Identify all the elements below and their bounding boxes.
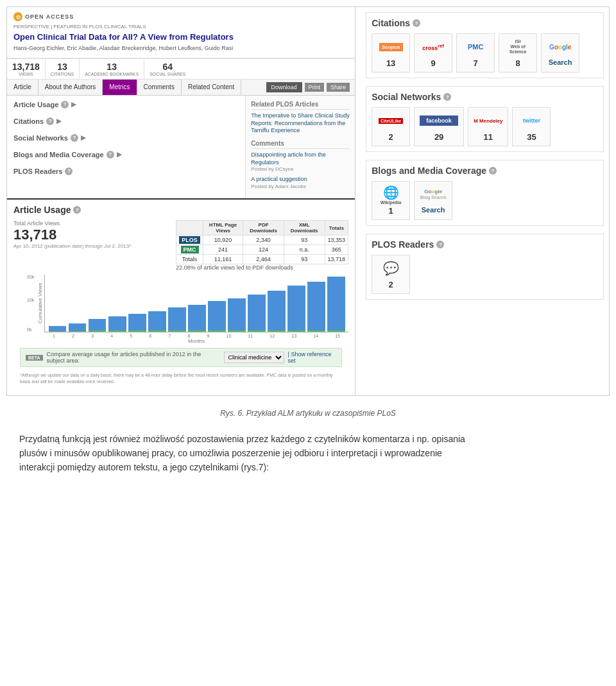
pmc-xml: n.a. — [284, 245, 325, 255]
related-link-1[interactable]: The Imperative to Share Clinical Study R… — [251, 112, 350, 135]
main-container: ◎ OPEN ACCESS PERSPECTIVE | FEATURED IN … — [0, 0, 616, 492]
usage-left-col: Total Article Views 13,718 Apr 10, 2012 … — [13, 220, 131, 275]
open-access-badge: ◎ OPEN ACCESS — [13, 12, 348, 21]
comment-2-text[interactable]: A practical suggestion — [251, 176, 350, 184]
citations-label: Citations — [13, 117, 44, 125]
bar-9 — [207, 301, 227, 332]
google-value[interactable]: Search — [547, 58, 574, 66]
pmc-total: 365 — [325, 245, 348, 255]
section-label-blogs: Blogs and Media Coverage ? ▶ — [13, 151, 239, 159]
bar-green-15 — [327, 330, 345, 332]
comment-1-by: Posted by DCsyne — [251, 166, 350, 172]
citations-title-text: Citations — [372, 18, 410, 28]
bar-blue-3 — [89, 319, 107, 330]
totals-total: 13,718 — [325, 255, 348, 264]
plos-badge: PLOS — [179, 236, 200, 244]
academic-number: 13 — [85, 62, 139, 72]
citations-info-icon[interactable]: ? — [46, 117, 54, 125]
scopus-logo: Scopus — [377, 38, 404, 56]
totals-label: Totals — [176, 255, 203, 264]
plos-readers-info-icon[interactable]: ? — [436, 241, 444, 248]
blogs-toc: Blogs and Media Coverage ? ▶ — [13, 151, 239, 159]
download-button[interactable]: Download — [266, 82, 302, 92]
bar-green-5 — [128, 330, 146, 332]
usage-detail-title: Article Usage ? — [13, 205, 348, 215]
bar-green-4 — [108, 330, 126, 332]
bottom-text-line2: plusów i minusów opublikowanej pracy, co… — [19, 448, 442, 458]
usage-table: HTML Page Views PDF Downloads XML Downlo… — [176, 220, 348, 264]
x-label-13: 13 — [291, 334, 296, 338]
caption-text: Rys. 6. Przykład ALM artykułu w czasopiś… — [220, 409, 396, 418]
subject-area-select[interactable]: Clinical medicine — [224, 352, 284, 363]
bar-blue-1 — [49, 326, 67, 331]
bottom-paragraph-1: Przydatną funkcją jest również możliwość… — [19, 432, 597, 446]
tab-comments[interactable]: Comments — [137, 80, 182, 95]
social-section-title: Social Networks ? — [372, 92, 598, 102]
tab-article[interactable]: Article — [7, 80, 38, 95]
citations-right-info-icon[interactable]: ? — [413, 19, 420, 27]
x-label-10: 10 — [226, 334, 231, 338]
usage-info-icon[interactable]: ? — [61, 101, 69, 108]
comment-1-text[interactable]: Disappointing article from the Regulator… — [251, 151, 350, 166]
metric-google: Google Search — [541, 33, 579, 73]
pmc-html: 241 — [203, 245, 243, 255]
table-header-source — [176, 221, 203, 236]
comments-logo: 💬 — [377, 259, 404, 277]
blogs-arrow-icon[interactable]: ▶ — [117, 151, 122, 158]
plos-info-icon[interactable]: ? — [65, 167, 73, 175]
google-blogs-value[interactable]: Search — [420, 206, 447, 214]
bar-11 — [246, 295, 266, 332]
x-label-9: 9 — [207, 334, 209, 338]
print-button[interactable]: Print — [305, 83, 325, 92]
table-row-pmc: PMC 241 124 n.a. 365 — [176, 245, 348, 255]
bar-7 — [167, 307, 187, 332]
bar-2 — [67, 323, 87, 332]
table-row-totals: Totals 11,161 2,464 93 13,718 — [176, 255, 348, 264]
y-label-0k: 0k — [27, 327, 31, 332]
social-grid: CiteULike 2 facebook 29 M Mend — [372, 107, 598, 146]
bar-4 — [107, 316, 127, 332]
metric-crossref: crossref 9 — [414, 33, 452, 73]
left-content: Article Usage ? ▶ Citations ? ▶ — [7, 96, 355, 198]
table-row-plos: PLOS 10,920 2,340 93 13,353 — [176, 236, 348, 245]
social-right-info-icon[interactable]: ? — [443, 93, 451, 101]
bar-blue-11 — [248, 295, 266, 330]
related-title: Related PLOS Articles — [251, 101, 350, 110]
article-title: Open Clinical Trial Data for All? A View… — [13, 32, 348, 43]
citations-arrow-icon[interactable]: ▶ — [56, 117, 62, 124]
bar-green-11 — [248, 330, 266, 332]
tab-metrics[interactable]: Metrics — [103, 80, 137, 95]
tab-related[interactable]: Related Content — [182, 80, 241, 95]
bar-blue-5 — [128, 314, 146, 330]
bar-5 — [127, 314, 147, 332]
tab-authors[interactable]: About the Authors — [38, 80, 103, 95]
crossref-logo: crossref — [420, 38, 447, 56]
caption-area: Rys. 6. Przykład ALM artykułu w czasopiś… — [6, 404, 610, 424]
blogs-title-text: Blogs and Media Coverage — [372, 166, 486, 176]
wikipedia-logo: 🌐Wikipedia — [377, 185, 404, 203]
beta-badge: BETA — [26, 355, 43, 361]
blogs-info-icon[interactable]: ? — [107, 151, 114, 159]
social-arrow-icon[interactable]: ▶ — [81, 134, 86, 141]
article-usage-label: Article Usage — [13, 101, 58, 108]
blogs-right-info-icon[interactable]: ? — [489, 167, 497, 175]
bar-green-13 — [287, 330, 305, 332]
x-label-2: 2 — [72, 334, 74, 338]
totals-html: 11,161 — [203, 255, 243, 264]
plos-pdf: 2,340 — [243, 236, 284, 245]
bar-green-3 — [89, 330, 107, 332]
usage-arrow-icon[interactable]: ▶ — [71, 101, 76, 108]
comments-title: Comments — [251, 140, 350, 149]
social-info-icon[interactable]: ? — [71, 134, 78, 142]
social-label: SOCIAL SHARES — [150, 72, 185, 76]
academic-label: ACADEMIC BOOKMARKS — [85, 72, 139, 76]
bar-green-2 — [69, 331, 87, 332]
section-label-plos: PLOS Readers ? — [13, 167, 239, 175]
share-button[interactable]: Share — [327, 83, 350, 92]
mendeley-logo: M Mendeley — [474, 112, 502, 130]
scopus-logo-text: Scopus — [379, 43, 403, 51]
social-number: 64 — [150, 62, 185, 72]
show-ref-link[interactable]: | Show reference set — [288, 351, 337, 364]
usage-detail-info-icon[interactable]: ? — [73, 206, 81, 214]
bar-blue-13 — [287, 286, 305, 330]
